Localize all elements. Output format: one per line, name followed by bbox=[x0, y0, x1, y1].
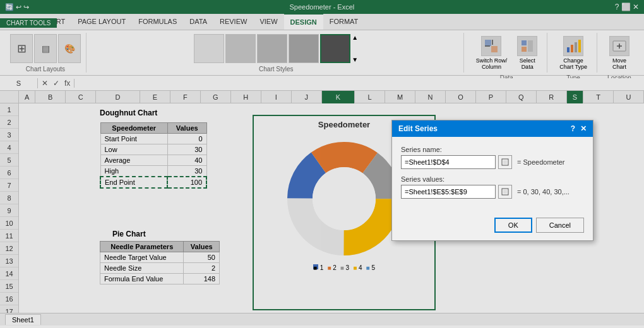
dialog-title-text: Edit Series bbox=[398, 124, 438, 133]
svg-rect-19 bbox=[503, 190, 507, 194]
series-name-field: Series name: = Speedometer bbox=[401, 146, 584, 169]
dialog-title-bar[interactable]: Edit Series ? ✕ bbox=[392, 120, 593, 137]
series-values-input-row: = 0, 30, 40, 30,... bbox=[401, 185, 584, 199]
dialog-footer: OK Cancel bbox=[392, 214, 593, 240]
series-values-label: Series values: bbox=[401, 175, 584, 183]
series-values-field: Series values: = 0, 30, 40, 30,... bbox=[401, 175, 584, 199]
dialog-overlay: Edit Series ? ✕ Series name: = Speedomet… bbox=[0, 0, 644, 325]
dialog-title-icons: ? ✕ bbox=[571, 124, 587, 133]
dialog-help-icon[interactable]: ? bbox=[571, 124, 575, 133]
dialog-body: Series name: = Speedometer Series values… bbox=[392, 137, 593, 214]
series-name-input-row: = Speedometer bbox=[401, 155, 584, 169]
series-values-value: = 0, 30, 40, 30,... bbox=[515, 188, 584, 196]
series-values-ref-btn[interactable] bbox=[498, 185, 512, 199]
series-values-input[interactable] bbox=[401, 185, 496, 199]
series-name-ref-btn[interactable] bbox=[498, 155, 512, 169]
dialog-close-icon[interactable]: ✕ bbox=[580, 124, 587, 133]
cancel-button[interactable]: Cancel bbox=[536, 218, 584, 233]
series-name-value: = Speedometer bbox=[515, 158, 584, 166]
series-name-label: Series name: bbox=[401, 146, 584, 153]
edit-series-dialog: Edit Series ? ✕ Series name: = Speedomet… bbox=[391, 120, 593, 241]
ok-button[interactable]: OK bbox=[494, 218, 532, 233]
svg-rect-17 bbox=[503, 160, 507, 164]
series-name-input[interactable] bbox=[401, 155, 496, 169]
